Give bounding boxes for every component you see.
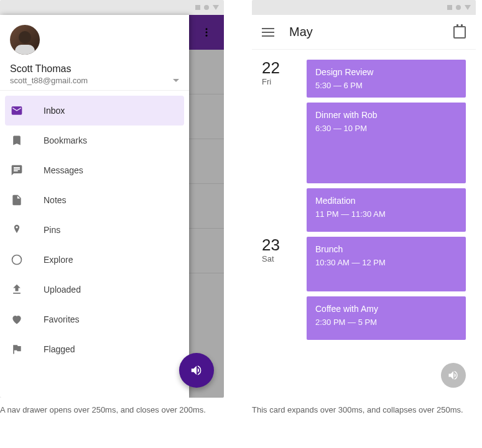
drawer-item-explore[interactable]: Explore: [0, 245, 189, 275]
drawer-item-label: Messages: [44, 165, 83, 175]
event-card[interactable]: Design Review5:30 — 6 PM: [307, 60, 466, 98]
favorite-icon: [10, 313, 24, 326]
event-time: 10:30 AM — 12 PM: [315, 258, 457, 267]
drawer-item-uploaded[interactable]: Uploaded: [0, 275, 189, 304]
status-icon: [204, 5, 209, 10]
status-icon: [195, 5, 200, 10]
account-dropdown[interactable]: scott_t88@gmail.com: [10, 76, 179, 85]
user-email: scott_t88@gmail.com: [10, 76, 88, 85]
drawer-item-label: Flagged: [44, 344, 75, 354]
drawer-item-label: Bookmarks: [44, 135, 87, 145]
fab-button[interactable]: [441, 363, 466, 388]
event-time: 5:30 — 6 PM: [315, 81, 457, 90]
day-of-week: Sat: [262, 254, 297, 263]
month-title: May: [289, 25, 438, 39]
avatar[interactable]: [10, 25, 40, 55]
status-icon: [447, 5, 452, 10]
day-header: 22Fri: [262, 60, 297, 232]
drawer-item-label: Pins: [44, 225, 60, 235]
drawer-item-favorites[interactable]: Favorites: [0, 304, 189, 334]
mail-icon: [10, 104, 24, 117]
user-name: Scott Thomas: [10, 63, 179, 75]
chevron-down-icon: [173, 79, 179, 82]
drawer-item-bookmarks[interactable]: Bookmarks: [0, 126, 189, 155]
day-number: 23: [262, 237, 297, 253]
event-card[interactable]: Meditation11 PM — 11:30 AM: [307, 188, 466, 232]
status-icon: [456, 5, 461, 10]
upload-icon: [10, 283, 24, 296]
volume-icon: [190, 363, 203, 377]
bookmark-icon: [10, 134, 24, 147]
event-time: 2:30 PM — 5 PM: [315, 318, 457, 327]
pin-icon: [10, 223, 24, 237]
event-time: 6:30 — 10 PM: [315, 124, 457, 133]
nav-drawer: Scott Thomas scott_t88@gmail.com InboxBo…: [0, 15, 189, 398]
drawer-item-inbox[interactable]: Inbox: [5, 96, 184, 126]
event-card[interactable]: Coffee with Amy2:30 PM — 5 PM: [307, 296, 466, 340]
drawer-item-label: Notes: [44, 195, 67, 205]
hamburger-icon: [262, 28, 274, 29]
note-icon: [10, 193, 24, 207]
status-icon: [465, 5, 471, 10]
agenda-day: 22FriDesign Review5:30 — 6 PMDinner with…: [262, 60, 466, 232]
drawer-item-flagged[interactable]: Flagged: [0, 334, 189, 364]
drawer-item-messages[interactable]: Messages: [0, 155, 189, 185]
fab-button[interactable]: [179, 353, 214, 388]
day-number: 22: [262, 60, 297, 76]
explore-icon: [10, 253, 24, 267]
event-title: Dinner with Rob: [315, 110, 457, 120]
drawer-item-notes[interactable]: Notes: [0, 185, 189, 215]
day-header: 23Sat: [262, 237, 297, 340]
volume-icon: [447, 369, 460, 382]
drawer-item-label: Uploaded: [44, 285, 81, 295]
menu-button[interactable]: [262, 28, 274, 37]
event-title: Meditation: [315, 196, 457, 206]
status-bar: [0, 0, 224, 15]
drawer-header[interactable]: Scott Thomas scott_t88@gmail.com: [0, 15, 189, 91]
agenda-list[interactable]: 22FriDesign Review5:30 — 6 PMDinner with…: [252, 50, 476, 398]
caption: A nav drawer opens over 250ms, and close…: [0, 404, 224, 416]
event-title: Coffee with Amy: [315, 304, 457, 314]
events-column: Design Review5:30 — 6 PMDinner with Rob6…: [307, 60, 466, 232]
event-title: Design Review: [315, 67, 457, 77]
message-icon: [10, 163, 24, 177]
drawer-list: InboxBookmarksMessagesNotesPinsExploreUp…: [0, 91, 189, 369]
status-bar: [252, 0, 476, 15]
status-icon: [213, 5, 219, 10]
drawer-item-pins[interactable]: Pins: [0, 215, 189, 245]
app-bar: May: [252, 15, 476, 50]
caption: This card expands over 300ms, and collap…: [252, 404, 476, 416]
drawer-item-label: Explore: [44, 255, 73, 265]
event-card[interactable]: Dinner with Rob6:30 — 10 PM: [307, 103, 466, 183]
today-button[interactable]: [453, 26, 466, 39]
event-card[interactable]: Brunch10:30 AM — 12 PM: [307, 237, 466, 291]
event-title: Brunch: [315, 244, 457, 254]
day-of-week: Fri: [262, 77, 297, 86]
agenda-day: 23SatBrunch10:30 AM — 12 PMCoffee with A…: [262, 237, 466, 340]
calendar-demo: May 22FriDesign Review5:30 — 6 PMDinner …: [252, 0, 476, 398]
drawer-item-label: Favorites: [44, 314, 80, 324]
nav-drawer-demo: r... ld... e reco.... out ... ated... Sc…: [0, 0, 224, 398]
events-column: Brunch10:30 AM — 12 PMCoffee with Amy2:3…: [307, 237, 466, 340]
drawer-item-label: Inbox: [44, 106, 65, 116]
event-time: 11 PM — 11:30 AM: [315, 209, 457, 219]
flag-icon: [10, 342, 24, 356]
